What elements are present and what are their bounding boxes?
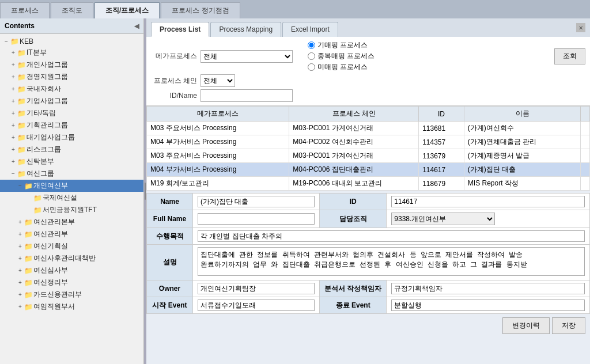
tree-item-trust[interactable]: + 📁 신탁본부: [0, 156, 143, 168]
tree-item-large[interactable]: + 📁 대기업사업그룹: [0, 131, 143, 143]
tree-item-women-review[interactable]: + 📁 여신사후관리대책반: [0, 252, 143, 264]
owner-input[interactable]: [198, 283, 315, 294]
search-button[interactable]: 조회: [554, 48, 585, 65]
sub-tab-bar: Process List Process Mapping Excel Impor…: [146, 18, 590, 37]
toggle-trust[interactable]: +: [9, 158, 17, 165]
toggle-personal[interactable]: +: [9, 62, 17, 68]
label-mgmt: 경영지원그룹: [27, 72, 68, 82]
radio-unmapped-label: 미매핑 프로세스: [317, 62, 368, 72]
dept-select[interactable]: 9338.개인여신부: [391, 213, 495, 225]
sidebar-divider[interactable]: [144, 18, 146, 364]
tree-item-women-plan[interactable]: + 📁 여신기획실: [0, 240, 143, 252]
toggle-women-personal[interactable]: −: [16, 183, 24, 189]
chain-label: 프로세스 체인: [151, 76, 197, 86]
toggle-risk[interactable]: +: [9, 146, 17, 153]
radio-mapped: 기매핑 프로세스: [308, 40, 375, 50]
close-button[interactable]: ✕: [576, 23, 585, 32]
tab-excel-import[interactable]: Excel Import: [282, 22, 338, 37]
tab-process[interactable]: 프로세스: [0, 2, 50, 18]
tree-item-women-review2[interactable]: + 📁 여신심사부: [0, 264, 143, 276]
table-row[interactable]: M19 회계/보고관리 M19-PC006 대내외 보고관리 118679 MI…: [147, 177, 590, 191]
tree-item-mgmt[interactable]: + 📁 경영지원그룹: [0, 71, 143, 83]
tab-orgchart[interactable]: 조직도: [51, 2, 93, 18]
label-women-mgmt: 여신관리본부: [33, 217, 75, 227]
tab-process-check[interactable]: 프로세스 정기점검: [161, 2, 240, 18]
end-event-input[interactable]: [391, 299, 585, 311]
toggle-planning[interactable]: +: [9, 122, 17, 128]
label-it: IT본부: [27, 48, 47, 58]
label-trust: 신탁본부: [27, 157, 54, 166]
toggle-card[interactable]: +: [16, 291, 24, 298]
table-row[interactable]: M04 부가서비스 Processing M04-PC006 집단대출관리 11…: [147, 163, 590, 177]
tab-process-list[interactable]: Process List: [151, 22, 209, 37]
tree-item-corp[interactable]: + 📁 기업사업그룹: [0, 95, 143, 107]
purpose-input[interactable]: [198, 230, 585, 242]
button-row: 변경이력 저장: [146, 314, 590, 338]
mega-select[interactable]: 전체: [201, 50, 293, 63]
history-button[interactable]: 변경이력: [502, 317, 550, 334]
tab-org-process[interactable]: 조직/프로세스: [94, 2, 160, 18]
name-input[interactable]: [198, 196, 315, 207]
radio-dup-input[interactable]: [308, 52, 315, 60]
tree-item-domestic[interactable]: + 📁 국내자회사: [0, 83, 143, 95]
toggle-women-review[interactable]: +: [16, 255, 24, 261]
col-scroll: [581, 107, 590, 122]
tree-item-planning[interactable]: + 📁 기획관리그룹: [0, 119, 143, 131]
tree-item-intl[interactable]: 📁 국제여신설: [0, 192, 143, 204]
desc-textarea[interactable]: [198, 247, 585, 276]
table-row[interactable]: M03 주요서비스 Processing M03-PC001 가계여신거래 11…: [147, 149, 590, 163]
id-name-input[interactable]: [201, 89, 293, 102]
tree-item-it[interactable]: + 📁 IT본부: [0, 47, 143, 59]
radio-mapped-input[interactable]: [308, 41, 315, 49]
id-name-label: ID/Name: [151, 92, 197, 100]
toggle-keb[interactable]: −: [2, 39, 10, 45]
toggle-other[interactable]: +: [9, 110, 17, 116]
toggle-corp[interactable]: +: [9, 98, 17, 104]
table-header-row: 메가프로세스 프로세스 체인 ID 이름: [147, 107, 590, 122]
tree-item-financial[interactable]: 📁 서민금융지원TFT: [0, 204, 143, 216]
toggle-mgmt[interactable]: +: [9, 74, 17, 80]
toggle-women-review2[interactable]: +: [16, 267, 24, 274]
sidebar-collapse-btn[interactable]: ◀: [134, 22, 139, 30]
toggle-large[interactable]: +: [9, 134, 17, 141]
toggle-women-mgmt2[interactable]: +: [16, 231, 24, 237]
end-event-label: 종료 Event: [320, 297, 387, 314]
tree-item-women-mgmt[interactable]: + 📁 여신관리본부: [0, 216, 143, 228]
tree-item-women-policy[interactable]: + 📁 여신정리부: [0, 276, 143, 289]
toggle-emp[interactable]: +: [16, 304, 24, 310]
table-row[interactable]: M04 부가서비스 Processing M04-PC002 여신회수관리 11…: [147, 135, 590, 149]
start-event-input[interactable]: [198, 299, 315, 311]
tree-item-women-mgmt2[interactable]: + 📁 여신관리부: [0, 228, 143, 240]
chain-select[interactable]: 전체: [201, 74, 235, 87]
tree-item-women[interactable]: − 📁 여신그룹: [0, 168, 143, 180]
toggle-women[interactable]: −: [9, 170, 17, 177]
tree-item-other[interactable]: + 📁 기타/독립: [0, 107, 143, 119]
toggle-women-plan[interactable]: +: [16, 243, 24, 249]
folder-icon-corp: 📁: [17, 97, 27, 105]
analyst-input[interactable]: [391, 283, 585, 294]
detail-panel: Name ID Full Name 담당조직: [146, 191, 590, 364]
toggle-it[interactable]: +: [9, 50, 17, 56]
tab-process-mapping[interactable]: Process Mapping: [210, 22, 281, 37]
tree-item-keb[interactable]: − 📁 KEB: [0, 36, 143, 47]
top-tab-bar: 프로세스 조직도 조직/프로세스 프로세스 정기점검: [0, 0, 590, 18]
label-financial: 서민금융지원TFT: [43, 205, 97, 215]
tree-item-card[interactable]: + 📁 카드신용관리부: [0, 289, 143, 301]
tree-item-risk[interactable]: + 📁 리스크그룹: [0, 143, 143, 156]
dept-value-cell: 9338.개인여신부: [387, 210, 590, 228]
cell-name-1: (가계)연체대출금 관리: [464, 135, 580, 149]
tree-item-personal[interactable]: + 📁 개인사업그룹: [0, 59, 143, 71]
id-input[interactable]: [391, 196, 585, 207]
tree: − 📁 KEB + 📁 IT본부 + 📁 개인사업그룹 + 📁 경영지원그룹: [0, 34, 143, 315]
fullname-input[interactable]: [198, 213, 315, 225]
toggle-domestic[interactable]: +: [9, 86, 17, 92]
table-row[interactable]: M03 주요서비스 Processing M03-PC001 가계여신거래 11…: [147, 122, 590, 135]
tree-item-women-personal[interactable]: − 📁 개인여신부: [0, 180, 143, 192]
toggle-women-mgmt[interactable]: +: [16, 219, 24, 225]
save-button[interactable]: 저장: [552, 317, 585, 334]
radio-unmapped-input[interactable]: [308, 63, 315, 71]
label-women-mgmt2: 여신관리부: [33, 229, 68, 239]
tree-item-emp[interactable]: + 📁 여임직원부서: [0, 301, 143, 313]
col-id: ID: [419, 107, 464, 122]
toggle-women-policy[interactable]: +: [16, 279, 24, 286]
